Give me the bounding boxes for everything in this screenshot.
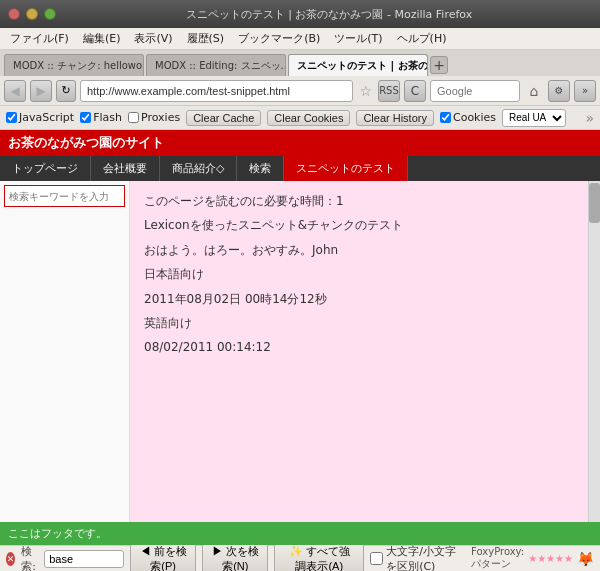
foxyproxy-label: FoxyProxy: パターン xyxy=(471,546,524,571)
tab-2[interactable]: スニペットのテスト | お茶のな... ✕ xyxy=(288,54,428,76)
tab-1[interactable]: MODX :: Editing: スニペッ... ✕ xyxy=(146,54,286,76)
nav-top[interactable]: トップページ xyxy=(0,156,91,181)
site-main-content: このページを読むのに必要な時間：1 Lexiconを使ったスニペット&チャンクの… xyxy=(130,181,588,522)
refresh-button[interactable]: C xyxy=(404,80,426,102)
findbar-prev-button[interactable]: ◀ 前を検索(P) xyxy=(130,542,196,572)
ua-select[interactable]: Real UA xyxy=(502,109,566,127)
titlebar: スニペットのテスト | お茶のなかみつ園 - Mozilla Firefox xyxy=(0,0,600,28)
url-bar[interactable] xyxy=(80,80,353,102)
rss-button[interactable]: RSS xyxy=(378,80,400,102)
proxies-checkbox-label[interactable]: Proxies xyxy=(128,111,180,124)
content-line4: 日本語向け xyxy=(144,264,574,284)
tab-2-label: スニペットのテスト | お茶のな... xyxy=(297,59,428,73)
tab-0[interactable]: MODX :: チャンク: helloworld ✕ xyxy=(4,54,144,76)
findbar-next-button[interactable]: ▶ 次を検索(N) xyxy=(202,542,268,572)
scrollbar[interactable] xyxy=(588,181,600,522)
nav-search[interactable]: 検索 xyxy=(237,156,284,181)
settings-button[interactable]: ⚙ xyxy=(548,80,570,102)
findbar-close-button[interactable]: ✕ xyxy=(6,552,15,566)
findbar-case-label[interactable]: 大文字/小文字を区別(C) xyxy=(370,544,459,572)
content-line3: おはよう。はろー。おやすみ。John xyxy=(144,240,574,260)
nav-products[interactable]: 商品紹介◇ xyxy=(160,156,237,181)
menu-tools[interactable]: ツール(T) xyxy=(328,29,388,48)
close-button[interactable] xyxy=(8,8,20,20)
menubar: ファイル(F) 編集(E) 表示(V) 履歴(S) ブックマーク(B) ツール(… xyxy=(0,28,600,50)
menu-bookmarks[interactable]: ブックマーク(B) xyxy=(232,29,326,48)
nav-company[interactable]: 会社概要 xyxy=(91,156,160,181)
foxyproxy-area: FoxyProxy: パターン ★★★★★ 🦊 xyxy=(471,546,594,571)
minimize-button[interactable] xyxy=(26,8,38,20)
addon-expand-icon[interactable]: » xyxy=(585,110,594,126)
flash-label: Flash xyxy=(93,111,122,124)
menu-file[interactable]: ファイル(F) xyxy=(4,29,75,48)
site-nav: トップページ 会社概要 商品紹介◇ 検索 スニペットのテスト xyxy=(0,156,600,181)
tab-1-label: MODX :: Editing: スニペッ... xyxy=(155,59,286,73)
home-button[interactable]: ⌂ xyxy=(524,80,544,102)
tab-0-label: MODX :: チャンク: helloworld xyxy=(13,59,144,73)
clear-cache-button[interactable]: Clear Cache xyxy=(186,110,261,126)
findbar-label: 検索: xyxy=(21,544,38,572)
menu-edit[interactable]: 編集(E) xyxy=(77,29,127,48)
more-button[interactable]: » xyxy=(574,80,596,102)
foxyproxy-stars: ★★★★★ xyxy=(528,553,573,564)
site-header: お茶のながみつ園のサイト xyxy=(0,130,600,156)
content-line1: このページを読むのに必要な時間：1 xyxy=(144,191,574,211)
scroll-thumb[interactable] xyxy=(589,183,600,223)
reload-button[interactable]: ↻ xyxy=(56,80,76,102)
content-line5: 2011年08月02日 00時14分12秒 xyxy=(144,289,574,309)
site-body: このページを読むのに必要な時間：1 Lexiconを使ったスニペット&チャンクの… xyxy=(0,181,600,522)
menu-history[interactable]: 履歴(S) xyxy=(181,29,231,48)
content-line8: 08/02/2011 00:14:12 xyxy=(144,337,574,357)
clear-cookies-button[interactable]: Clear Cookies xyxy=(267,110,350,126)
forward-button[interactable]: ▶ xyxy=(30,80,52,102)
findbar-case-text: 大文字/小文字を区別(C) xyxy=(386,544,459,572)
flash-checkbox[interactable] xyxy=(80,112,91,123)
javascript-checkbox-label[interactable]: JavaScript xyxy=(6,111,74,124)
site-search-input[interactable] xyxy=(4,185,125,207)
content-area: お茶のながみつ園のサイト トップページ 会社概要 商品紹介◇ 検索 スニペットの… xyxy=(0,130,600,545)
browser-window: スニペットのテスト | お茶のなかみつ園 - Mozilla Firefox フ… xyxy=(0,0,600,571)
flash-checkbox-label[interactable]: Flash xyxy=(80,111,122,124)
proxies-checkbox[interactable] xyxy=(128,112,139,123)
proxies-label: Proxies xyxy=(141,111,180,124)
clear-history-button[interactable]: Clear History xyxy=(356,110,434,126)
maximize-button[interactable] xyxy=(44,8,56,20)
menu-view[interactable]: 表示(V) xyxy=(128,29,178,48)
javascript-checkbox[interactable] xyxy=(6,112,17,123)
bookmark-star-icon[interactable]: ☆ xyxy=(357,83,374,99)
findbar: ✕ 検索: ◀ 前を検索(P) ▶ 次を検索(N) ✨ すべて強調表示(A) 大… xyxy=(0,545,600,571)
site-footer: ここはフッタです。 xyxy=(0,522,600,545)
cookies-checkbox-label[interactable]: Cookies xyxy=(440,111,496,124)
site-sidebar xyxy=(0,181,130,522)
back-button[interactable]: ◀ xyxy=(4,80,26,102)
new-tab-button[interactable]: + xyxy=(430,56,448,74)
addonbar: JavaScript Flash Proxies Clear Cache Cle… xyxy=(0,106,600,130)
content-line7: 英語向け xyxy=(144,313,574,333)
cookies-label: Cookies xyxy=(453,111,496,124)
findbar-case-checkbox[interactable] xyxy=(370,552,383,565)
findbar-input[interactable] xyxy=(44,550,124,568)
window-title: スニペットのテスト | お茶のなかみつ園 - Mozilla Firefox xyxy=(66,7,592,22)
navbar: ◀ ▶ ↻ ☆ RSS C ⌂ ⚙ » xyxy=(0,76,600,106)
nav-snippet[interactable]: スニペットのテスト xyxy=(284,156,408,181)
cookies-checkbox[interactable] xyxy=(440,112,451,123)
google-search-input[interactable] xyxy=(430,80,520,102)
tabbar: MODX :: チャンク: helloworld ✕ MODX :: Editi… xyxy=(0,50,600,76)
javascript-label: JavaScript xyxy=(19,111,74,124)
foxyproxy-icon: 🦊 xyxy=(577,551,594,567)
menu-help[interactable]: ヘルプ(H) xyxy=(391,29,453,48)
findbar-highlight-button[interactable]: ✨ すべて強調表示(A) xyxy=(274,542,364,572)
content-line2: Lexiconを使ったスニペット&チャンクのテスト xyxy=(144,215,574,235)
